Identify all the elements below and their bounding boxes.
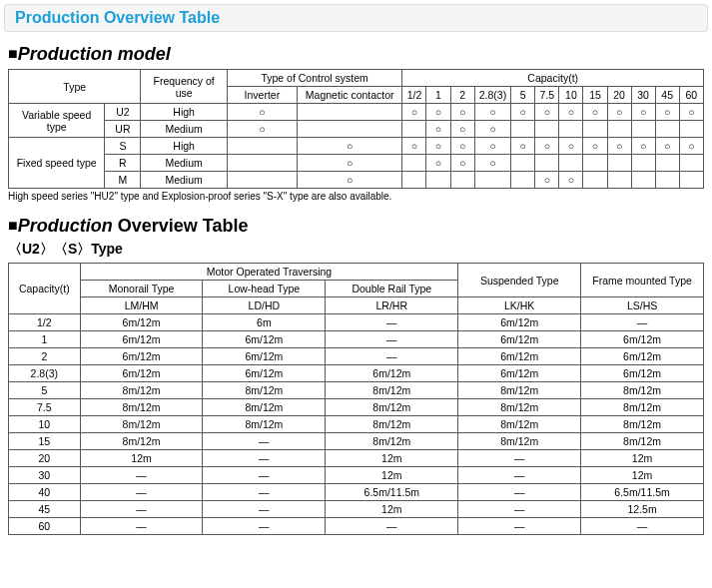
td-cap: [679, 172, 703, 189]
td-val: —: [203, 518, 326, 535]
td-val: 8m/12m: [80, 433, 203, 450]
td-cap: [402, 155, 426, 172]
td-val: 8m/12m: [203, 399, 326, 416]
td-mag: ○: [298, 155, 402, 172]
td-cap: ○: [535, 138, 559, 155]
td-val: —: [326, 518, 458, 535]
td-cap: 1/2: [9, 314, 81, 331]
td-cap: [607, 172, 631, 189]
th-control: Type of Control system: [227, 70, 402, 87]
td-val: 12m: [326, 450, 458, 467]
td-cap: [679, 121, 703, 138]
title-bar: Production Overview Table: [4, 4, 708, 32]
th-sub: LS/HS: [581, 297, 704, 314]
td-cap: ○: [655, 138, 679, 155]
td-freq: High: [141, 138, 227, 155]
td-val: —: [458, 501, 581, 518]
td-cap: 30: [9, 467, 81, 484]
th-magnetic: Magnetic contactor: [298, 87, 402, 104]
td-val: 8m/12m: [581, 382, 704, 399]
td-cap: ○: [679, 138, 703, 155]
td-cap: [559, 121, 583, 138]
td-val: 8m/12m: [458, 416, 581, 433]
td-val: 8m/12m: [581, 399, 704, 416]
td-cap: [655, 121, 679, 138]
td-cap: 45: [9, 501, 81, 518]
td-inv: [227, 172, 297, 189]
td-cap: ○: [511, 104, 535, 121]
table-row: RMedium○○○○: [9, 155, 704, 172]
td-cap: [474, 172, 511, 189]
page-title: Production Overview Table: [15, 9, 220, 26]
subheading-type: 〈U2〉〈S〉Type: [8, 241, 712, 259]
td-cap: ○: [559, 138, 583, 155]
td-val: 6m/12m: [203, 348, 326, 365]
td-cap: ○: [511, 138, 535, 155]
th-cap-val: 15: [583, 87, 607, 104]
td-val: 6m/12m: [80, 348, 203, 365]
td-cap: [679, 155, 703, 172]
td-val: 8m/12m: [203, 382, 326, 399]
table-production-model: TypeFrequency of useType of Control syst…: [8, 69, 704, 189]
td-cap: 1: [9, 331, 81, 348]
th-cap-val: 20: [607, 87, 631, 104]
td-cap: ○: [583, 138, 607, 155]
td-cap: [631, 172, 655, 189]
heading-text-italic: Production: [18, 216, 118, 236]
td-val: 6m/12m: [458, 331, 581, 348]
td-val: —: [203, 501, 326, 518]
td-val: —: [203, 433, 326, 450]
td-cap: ○: [679, 104, 703, 121]
td-cap: ○: [426, 104, 450, 121]
th-cap-val: 2: [450, 87, 474, 104]
td-cap: 10: [9, 416, 81, 433]
table-row: 16m/12m6m/12m—6m/12m6m/12m: [9, 331, 704, 348]
td-cap: [607, 121, 631, 138]
td-cap: [559, 155, 583, 172]
td-cap: ○: [535, 104, 559, 121]
th-frame: Frame mounted Type: [581, 264, 704, 297]
td-val: 6m/12m: [80, 331, 203, 348]
td-cap: [631, 155, 655, 172]
td-cap: ○: [655, 104, 679, 121]
th-cap-val: 1: [426, 87, 450, 104]
th-sub: LM/HM: [80, 297, 203, 314]
td-freq: High: [141, 104, 227, 121]
td-mag: [298, 121, 402, 138]
heading-text-rest: Overview Table: [118, 216, 249, 236]
td-mag: ○: [298, 172, 402, 189]
td-val: —: [80, 467, 203, 484]
td-inv: [227, 138, 297, 155]
heading-text: Production model: [18, 44, 171, 64]
th-sub: LK/HK: [458, 297, 581, 314]
td-val: —: [80, 484, 203, 501]
td-cap: ○: [583, 104, 607, 121]
table-row: 45——12m—12.5m: [9, 501, 704, 518]
td-inv: ○: [227, 104, 297, 121]
td-val: 8m/12m: [326, 382, 458, 399]
td-cap: ○: [559, 104, 583, 121]
td-cap: ○: [450, 155, 474, 172]
td-cap: [655, 155, 679, 172]
td-cap: ○: [631, 104, 655, 121]
table-row: 158m/12m—8m/12m8m/12m8m/12m: [9, 433, 704, 450]
td-cap: ○: [535, 172, 559, 189]
heading-overview-table: ■Production Overview Table: [8, 216, 712, 237]
td-cap: ○: [450, 138, 474, 155]
td-val: —: [80, 501, 203, 518]
table-row: 108m/12m8m/12m8m/12m8m/12m8m/12m: [9, 416, 704, 433]
td-val: 6m/12m: [581, 331, 704, 348]
square-bullet: ■: [8, 217, 18, 235]
td-type: U2: [105, 104, 141, 121]
td-val: 8m/12m: [458, 399, 581, 416]
td-val: 8m/12m: [458, 433, 581, 450]
table-row: 26m/12m6m/12m—6m/12m6m/12m: [9, 348, 704, 365]
td-mag: [298, 104, 402, 121]
td-val: 8m/12m: [326, 399, 458, 416]
td-val: 8m/12m: [326, 433, 458, 450]
td-cap: 5: [9, 382, 81, 399]
th-sub: LD/HD: [203, 297, 326, 314]
th-cap-val: 30: [631, 87, 655, 104]
heading-production-model: ■Production model: [8, 44, 712, 65]
td-cap: ○: [607, 138, 631, 155]
